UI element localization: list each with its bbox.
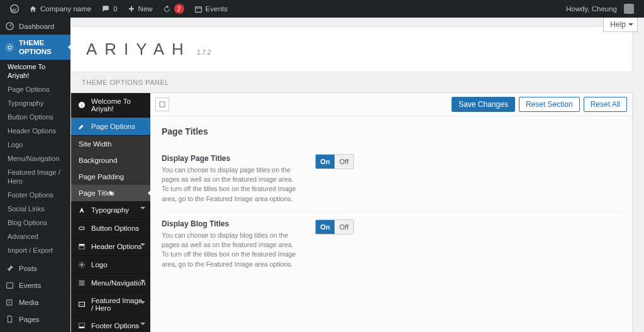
toggle-off[interactable]: Off bbox=[335, 220, 353, 234]
ps-menu-label: Menu/Navigation bbox=[91, 279, 145, 287]
comments-link[interactable]: 0 bbox=[96, 0, 122, 18]
user-account[interactable]: Howdy, Cheung bbox=[561, 0, 639, 18]
pages-label: Pages bbox=[19, 315, 40, 324]
header-icon bbox=[77, 242, 86, 251]
theme-options-icon bbox=[5, 43, 14, 52]
wp-sub-item[interactable]: Blog Options bbox=[0, 216, 70, 230]
events-link[interactable]: Events bbox=[189, 0, 233, 18]
reset-all-button[interactable]: Reset All bbox=[584, 97, 627, 112]
new-label: New bbox=[138, 5, 153, 13]
theme-version: 1.7.2 bbox=[197, 49, 211, 56]
button-icon bbox=[77, 224, 86, 233]
theme-name: ARIYAH bbox=[86, 40, 191, 58]
ps-logo[interactable]: Logo bbox=[71, 256, 150, 274]
ps-welcome-label: Welcome To Ariyah! bbox=[91, 97, 144, 113]
option-display-page-titles: Display Page Titles You can choose to di… bbox=[162, 147, 621, 212]
panel-body: Save Changes Reset Section Reset All Pag… bbox=[150, 93, 632, 332]
ps-sub-page-padding[interactable]: Page Padding bbox=[71, 169, 150, 185]
wp-sub-item[interactable]: Logo bbox=[0, 138, 70, 152]
new-content[interactable]: New bbox=[123, 0, 158, 18]
save-button[interactable]: Save Changes bbox=[452, 97, 515, 112]
wp-sub-item[interactable]: Footer Options bbox=[0, 188, 70, 202]
media-icon bbox=[5, 297, 14, 307]
ps-featured-label: Featured Image / Hero bbox=[91, 297, 144, 312]
wp-sub-item[interactable]: Typography bbox=[0, 96, 70, 110]
toggle-blog-titles[interactable]: On Off bbox=[315, 219, 354, 235]
pin-icon bbox=[5, 263, 14, 273]
ps-welcome[interactable]: iWelcome To Ariyah! bbox=[71, 93, 150, 118]
toggle-on[interactable]: On bbox=[316, 220, 335, 234]
menu-events[interactable]: Events bbox=[0, 277, 70, 294]
svg-rect-23 bbox=[160, 102, 165, 107]
chevron-down-icon bbox=[140, 243, 145, 248]
svg-rect-14 bbox=[79, 244, 85, 246]
info-icon: i bbox=[77, 101, 86, 109]
help-tab[interactable]: Help bbox=[603, 18, 638, 32]
dashboard-label: Dashboard bbox=[19, 22, 54, 31]
ps-button[interactable]: Button Options bbox=[71, 219, 150, 238]
wp-sub-item[interactable]: Welcome To Ariyah! bbox=[0, 60, 70, 82]
wp-sub-item[interactable]: Featured Image / Hero bbox=[0, 165, 70, 188]
wp-sub-item[interactable]: Page Options bbox=[0, 82, 70, 96]
ps-menu[interactable]: Menu/Navigation bbox=[71, 274, 150, 292]
section-title: Page Titles bbox=[162, 126, 621, 136]
ps-typography-label: Typography bbox=[91, 206, 129, 214]
updates-icon bbox=[163, 5, 171, 13]
toggle-page-titles[interactable]: On Off bbox=[315, 154, 354, 169]
ps-sub-site-width[interactable]: Site Width bbox=[71, 136, 150, 152]
help-label: Help bbox=[603, 18, 638, 32]
calendar-icon bbox=[194, 5, 203, 13]
menu-media[interactable]: Media bbox=[0, 294, 70, 311]
ps-page-options-label: Page Options bbox=[91, 123, 135, 130]
site-name[interactable]: Company name bbox=[24, 0, 96, 18]
menu-dashboard[interactable]: Dashboard bbox=[0, 18, 70, 35]
option-label: Display Page Titles bbox=[162, 154, 300, 163]
option-desc: You can choose to display page titles on… bbox=[162, 166, 296, 202]
svg-point-5 bbox=[6, 43, 13, 50]
ps-featured[interactable]: Featured Image / Hero bbox=[71, 292, 150, 317]
expand-button[interactable] bbox=[155, 97, 169, 111]
svg-rect-13 bbox=[79, 227, 84, 230]
menu-posts[interactable]: Posts bbox=[0, 260, 70, 277]
expand-icon bbox=[158, 101, 166, 108]
wp-sub-item[interactable]: Menu/Navigation bbox=[0, 152, 70, 165]
chevron-down-icon bbox=[140, 207, 145, 212]
menu-comments[interactable]: Comments bbox=[0, 328, 70, 332]
menu-icon bbox=[77, 279, 86, 287]
ps-header[interactable]: Header Options bbox=[71, 238, 150, 256]
main-canvas: ARIYAH 1.7.2 THEME OPTIONS PANEL iWelcom… bbox=[70, 18, 644, 332]
ps-sub-page-titles[interactable]: Page Titles bbox=[71, 185, 150, 201]
wp-sub-item[interactable]: Advanced bbox=[0, 230, 70, 243]
menu-theme-options[interactable]: THEME OPTIONS bbox=[0, 35, 70, 60]
panel-content: Page Titles Display Page Titles You can … bbox=[150, 116, 632, 287]
ps-typography[interactable]: Typography bbox=[71, 201, 150, 219]
admin-bar: Company name 0 New 2 Events Howdy, Cheun… bbox=[0, 0, 644, 18]
wp-sub-item[interactable]: Button Options bbox=[0, 110, 70, 124]
toggle-off[interactable]: Off bbox=[335, 155, 353, 169]
option-display-blog-titles: Display Blog Titles You can choose to di… bbox=[162, 212, 621, 277]
svg-rect-6 bbox=[7, 283, 13, 289]
ps-sub-label: Page Padding bbox=[79, 173, 124, 180]
toggle-on[interactable]: On bbox=[316, 155, 335, 169]
events-label: Events bbox=[19, 281, 41, 290]
ps-footer[interactable]: Footer Options bbox=[71, 317, 150, 332]
home-icon bbox=[29, 5, 37, 13]
updates-link[interactable]: 2 bbox=[158, 0, 189, 18]
wp-sub-item[interactable]: Social Links bbox=[0, 202, 70, 216]
wp-sub-item[interactable]: Header Options bbox=[0, 124, 70, 138]
reset-section-button[interactable]: Reset Section bbox=[519, 97, 580, 112]
svg-rect-18 bbox=[79, 323, 85, 326]
svg-point-16 bbox=[81, 264, 83, 266]
ps-sub-background[interactable]: Background bbox=[71, 152, 150, 169]
ps-sub-label: Background bbox=[79, 157, 117, 164]
wp-sub-item[interactable]: Import / Export bbox=[0, 243, 70, 257]
footer-icon bbox=[77, 321, 86, 330]
wordpress-icon bbox=[10, 4, 19, 13]
chevron-down-icon bbox=[140, 280, 145, 285]
chevron-down-icon bbox=[140, 301, 145, 306]
menu-pages[interactable]: Pages bbox=[0, 311, 70, 328]
wp-logo[interactable] bbox=[5, 0, 24, 18]
svg-rect-19 bbox=[79, 327, 85, 328]
ps-page-options[interactable]: Page Options bbox=[71, 118, 150, 136]
svg-rect-17 bbox=[79, 302, 85, 307]
